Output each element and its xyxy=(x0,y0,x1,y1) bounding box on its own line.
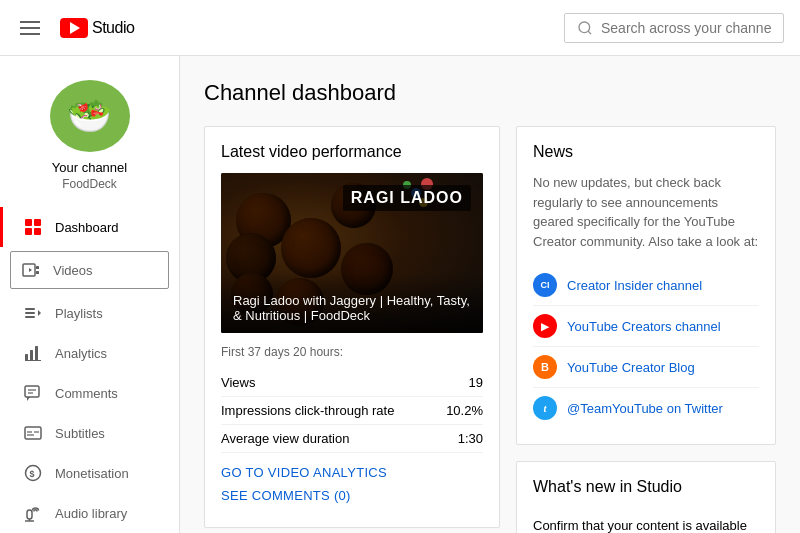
svg-rect-10 xyxy=(25,308,35,310)
stat-label-views: Views xyxy=(221,375,255,390)
svg-rect-22 xyxy=(25,427,41,439)
subtitles-icon xyxy=(23,423,43,443)
sidebar-item-comments-label: Comments xyxy=(55,386,118,401)
sidebar-item-analytics[interactable]: Analytics xyxy=(0,333,179,373)
svg-rect-28 xyxy=(27,510,32,519)
go-to-analytics-link[interactable]: GO TO VIDEO ANALYTICS xyxy=(221,465,483,480)
stat-label-ctr: Impressions click-through rate xyxy=(221,403,394,418)
svg-rect-11 xyxy=(25,312,35,314)
studio-wordmark: Studio xyxy=(92,19,134,37)
yt-creators-icon: ▶ xyxy=(533,314,557,338)
creator-insider-icon: CI xyxy=(533,273,557,297)
analytics-icon xyxy=(23,343,43,363)
content-grid: Latest video performance xyxy=(204,126,776,533)
main-content: Channel dashboard Latest video performan… xyxy=(180,56,800,533)
thumbnail-label: RAGI LADOO xyxy=(343,185,471,211)
svg-rect-18 xyxy=(25,386,39,397)
videos-icon xyxy=(21,260,41,280)
hamburger-menu[interactable] xyxy=(16,17,44,39)
news-card: News No new updates, but check back regu… xyxy=(516,126,776,445)
svg-rect-8 xyxy=(36,266,39,269)
video-performance-card: Latest video performance xyxy=(204,126,500,528)
svg-point-0 xyxy=(579,22,590,33)
blog-icon: B xyxy=(533,355,557,379)
stat-row-ctr: Impressions click-through rate 10.2% xyxy=(221,397,483,425)
svg-rect-14 xyxy=(25,354,28,361)
svg-rect-12 xyxy=(25,316,35,318)
right-panel: News No new updates, but check back regu… xyxy=(516,126,776,533)
creator-insider-label: Creator Insider channel xyxy=(567,278,702,293)
see-comments-link[interactable]: SEE COMMENTS (0) xyxy=(221,488,483,503)
stat-row-avd: Average view duration 1:30 xyxy=(221,425,483,453)
news-description: No new updates, but check back regularly… xyxy=(533,173,759,251)
twitter-icon: t xyxy=(533,396,557,420)
video-performance-title: Latest video performance xyxy=(221,143,483,161)
sidebar-item-subtitles[interactable]: Subtitles xyxy=(0,413,179,453)
sidebar-item-playlists[interactable]: Playlists xyxy=(0,293,179,333)
svg-rect-16 xyxy=(35,346,38,361)
food-ball-3 xyxy=(281,218,341,278)
twitter-label: @TeamYouTube on Twitter xyxy=(567,401,723,416)
news-item-blog[interactable]: B YouTube Creator Blog xyxy=(533,347,759,388)
youtube-icon xyxy=(60,18,88,38)
nav-list: Dashboard Videos xyxy=(0,207,179,533)
sidebar-item-comments[interactable]: Comments xyxy=(0,373,179,413)
avatar: 🥗 xyxy=(50,80,130,152)
svg-line-1 xyxy=(588,31,591,34)
stat-row-views: Views 19 xyxy=(221,369,483,397)
playlists-icon xyxy=(23,303,43,323)
page-title: Channel dashboard xyxy=(204,80,776,106)
header: Studio xyxy=(0,0,800,56)
svg-text:$: $ xyxy=(30,469,35,479)
sidebar-item-audio-library[interactable]: Audio library xyxy=(0,493,179,533)
update-item-hd[interactable]: Confirm that your content is available i… xyxy=(533,508,759,533)
stat-label-avd: Average view duration xyxy=(221,431,349,446)
channel-handle: FoodDeck xyxy=(62,177,117,191)
monetisation-icon: $ xyxy=(23,463,43,483)
search-bar[interactable] xyxy=(564,13,784,43)
search-input[interactable] xyxy=(601,20,771,36)
sidebar-item-analytics-label: Analytics xyxy=(55,346,107,361)
sidebar-item-audio-label: Audio library xyxy=(55,506,127,521)
whats-new-title: What's new in Studio xyxy=(533,478,759,496)
video-thumbnail[interactable]: RAGI LADOO Ragi Ladoo with Jaggery | Hea… xyxy=(221,173,483,333)
news-item-creator-insider[interactable]: CI Creator Insider channel xyxy=(533,265,759,306)
search-icon xyxy=(577,20,593,36)
svg-rect-4 xyxy=(25,228,32,235)
svg-rect-9 xyxy=(36,271,39,274)
sidebar: 🥗 Your channel FoodDeck Dashboard xyxy=(0,56,180,533)
sidebar-item-dashboard-label: Dashboard xyxy=(55,220,119,235)
svg-rect-17 xyxy=(25,360,41,361)
sidebar-item-monetisation-label: Monetisation xyxy=(55,466,129,481)
youtube-logo: Studio xyxy=(60,18,134,38)
svg-rect-2 xyxy=(25,219,32,226)
svg-rect-15 xyxy=(30,350,33,361)
stat-value-avd: 1:30 xyxy=(458,431,483,446)
stat-value-ctr: 10.2% xyxy=(446,403,483,418)
left-panel: Latest video performance xyxy=(204,126,500,533)
sidebar-item-playlists-label: Playlists xyxy=(55,306,103,321)
svg-rect-3 xyxy=(34,219,41,226)
channel-name: Your channel xyxy=(52,160,127,175)
comments-icon xyxy=(23,383,43,403)
action-links: GO TO VIDEO ANALYTICS SEE COMMENTS (0) xyxy=(221,465,483,503)
app-layout: 🥗 Your channel FoodDeck Dashboard xyxy=(0,56,800,533)
yt-creators-label: YouTube Creators channel xyxy=(567,319,721,334)
svg-marker-13 xyxy=(38,310,41,316)
news-item-twitter[interactable]: t @TeamYouTube on Twitter xyxy=(533,388,759,428)
sidebar-item-videos-label: Videos xyxy=(53,263,93,278)
whats-new-card: What's new in Studio Confirm that your c… xyxy=(516,461,776,533)
sidebar-item-videos[interactable]: Videos xyxy=(10,251,169,289)
blog-label: YouTube Creator Blog xyxy=(567,360,695,375)
svg-marker-7 xyxy=(29,268,32,272)
svg-rect-5 xyxy=(34,228,41,235)
news-item-yt-creators[interactable]: ▶ YouTube Creators channel xyxy=(533,306,759,347)
stats-header: First 37 days 20 hours: xyxy=(221,345,483,359)
news-title: News xyxy=(533,143,759,161)
thumbnail-caption: Ragi Ladoo with Jaggery | Healthy, Tasty… xyxy=(221,273,483,333)
sidebar-item-monetisation[interactable]: $ Monetisation xyxy=(0,453,179,493)
audio-icon xyxy=(23,503,43,523)
sidebar-item-dashboard[interactable]: Dashboard xyxy=(0,207,179,247)
dashboard-icon xyxy=(23,217,43,237)
stat-value-views: 19 xyxy=(469,375,483,390)
